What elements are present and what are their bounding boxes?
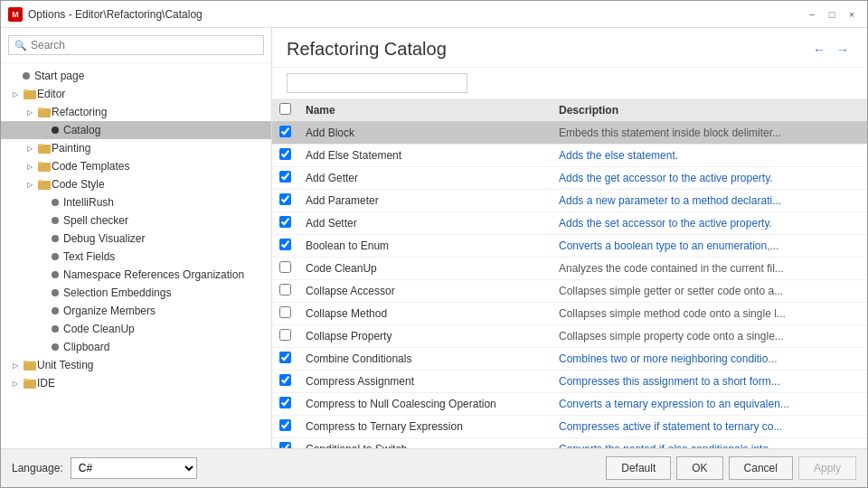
sidebar-item-unit-testing[interactable]: ▷ Unit Testing bbox=[1, 356, 271, 374]
row-checkbox-cell bbox=[272, 371, 298, 393]
sidebar-label: Start page bbox=[34, 70, 84, 82]
sidebar-label: Namespace References Organization bbox=[63, 268, 244, 281]
sidebar-item-editor[interactable]: ▷ Editor bbox=[1, 85, 271, 103]
row-desc: Compresses this assignment to a short fo… bbox=[552, 371, 867, 393]
sidebar-item-ide[interactable]: ▷ IDE bbox=[1, 374, 271, 392]
sidebar-item-catalog[interactable]: Catalog bbox=[1, 121, 271, 139]
sidebar-label: Painting bbox=[52, 142, 90, 155]
row-desc: Adds the set accessor to the active prop… bbox=[552, 212, 867, 235]
sidebar-item-organize-members[interactable]: Organize Members bbox=[1, 302, 271, 320]
nav-forward-button[interactable]: → bbox=[833, 40, 853, 60]
row-checkbox[interactable] bbox=[279, 239, 291, 250]
sidebar-item-code-templates[interactable]: ▷ Code Templates bbox=[1, 157, 271, 175]
row-checkbox[interactable] bbox=[279, 193, 291, 205]
catalog-search-wrapper bbox=[287, 73, 467, 93]
row-name: Boolean to Enum bbox=[298, 235, 552, 258]
table-row: Collapse MethodCollapses simple method c… bbox=[272, 303, 867, 325]
row-checkbox[interactable] bbox=[279, 216, 291, 228]
row-desc: Analyzes the code contained in the curre… bbox=[552, 258, 867, 280]
sidebar-item-code-cleanup[interactable]: Code CleanUp bbox=[1, 320, 271, 338]
sidebar-label: Code CleanUp bbox=[63, 323, 135, 335]
expand-icon bbox=[37, 340, 52, 354]
default-button[interactable]: Default bbox=[606, 456, 671, 480]
row-checkbox[interactable] bbox=[279, 171, 291, 183]
col-desc: Description bbox=[552, 99, 867, 122]
sidebar-item-text-fields[interactable]: Text Fields bbox=[1, 248, 271, 266]
row-checkbox[interactable] bbox=[279, 306, 291, 318]
row-name: Add Setter bbox=[298, 212, 552, 235]
catalog-search-input[interactable] bbox=[293, 77, 461, 89]
app-logo: M bbox=[8, 7, 23, 22]
search-input[interactable] bbox=[31, 39, 258, 52]
row-checkbox[interactable] bbox=[279, 442, 291, 448]
row-checkbox-cell bbox=[272, 145, 298, 167]
expand-icon bbox=[37, 123, 52, 137]
row-desc: Adds the get accessor to the active prop… bbox=[552, 167, 867, 190]
row-name: Compress Assignment bbox=[298, 371, 552, 393]
sidebar-label: Code Templates bbox=[52, 160, 130, 173]
row-checkbox[interactable] bbox=[279, 261, 291, 273]
sidebar-item-painting[interactable]: ▷ Painting bbox=[1, 139, 271, 157]
row-checkbox[interactable] bbox=[279, 284, 291, 296]
table-row: Add GetterAdds the get accessor to the a… bbox=[272, 167, 867, 190]
svg-rect-6 bbox=[38, 144, 42, 146]
sidebar-label: Code Style bbox=[52, 178, 105, 191]
minimize-button[interactable]: − bbox=[804, 6, 820, 23]
row-desc: Collapses simple method code onto a sing… bbox=[552, 303, 867, 325]
language-selector: Language: C# VB.NET C++ JavaScript bbox=[12, 457, 197, 479]
expand-icon bbox=[37, 195, 52, 210]
sidebar-item-namespace-ref[interactable]: Namespace References Organization bbox=[1, 266, 271, 284]
cancel-button[interactable]: Cancel bbox=[729, 456, 793, 480]
sidebar-label: IDE bbox=[37, 377, 55, 389]
row-checkbox-cell bbox=[272, 167, 298, 190]
row-checkbox[interactable] bbox=[279, 419, 291, 431]
panel-title: Refactoring Catalog bbox=[287, 39, 447, 60]
row-checkbox[interactable] bbox=[279, 374, 291, 386]
sidebar-item-refactoring[interactable]: ▷ Refactoring bbox=[1, 103, 271, 121]
table-row: Add SetterAdds the set accessor to the a… bbox=[272, 212, 867, 235]
search-icon: 🔍 bbox=[14, 40, 27, 52]
expand-icon bbox=[37, 213, 52, 228]
sidebar: 🔍 Start page ▷ Editor bbox=[1, 28, 272, 448]
folder-icon bbox=[23, 376, 37, 390]
bottom-bar: Language: C# VB.NET C++ JavaScript Defau… bbox=[1, 448, 867, 487]
catalog-table: Name Description Add BlockEmbeds this st… bbox=[272, 99, 867, 448]
sidebar-item-intellirush[interactable]: IntelliRush bbox=[1, 193, 271, 211]
row-checkbox[interactable] bbox=[279, 126, 291, 137]
row-checkbox-cell bbox=[272, 393, 298, 416]
sidebar-item-code-style[interactable]: ▷ Code Style bbox=[1, 175, 271, 193]
row-checkbox[interactable] bbox=[279, 148, 291, 160]
folder-icon bbox=[37, 159, 52, 174]
close-button[interactable]: × bbox=[844, 6, 860, 23]
language-label: Language: bbox=[12, 462, 63, 474]
row-desc: Converts a ternary expression to an equi… bbox=[552, 393, 867, 416]
expand-icon bbox=[37, 322, 52, 336]
row-checkbox[interactable] bbox=[279, 397, 291, 408]
row-name: Combine Conditionals bbox=[298, 348, 552, 371]
apply-button[interactable]: Apply bbox=[798, 456, 856, 480]
row-checkbox[interactable] bbox=[279, 352, 291, 363]
expand-icon bbox=[37, 249, 52, 264]
language-select[interactable]: C# VB.NET C++ JavaScript bbox=[71, 457, 197, 479]
expand-icon bbox=[37, 231, 52, 246]
maximize-button[interactable]: □ bbox=[824, 6, 840, 23]
row-name: Collapse Method bbox=[298, 303, 552, 325]
sidebar-item-spell-checker[interactable]: Spell checker bbox=[1, 211, 271, 230]
select-all-checkbox[interactable] bbox=[279, 103, 291, 115]
sidebar-item-clipboard[interactable]: Clipboard bbox=[1, 338, 271, 356]
row-name: Conditional to Switch bbox=[298, 438, 552, 449]
row-checkbox[interactable] bbox=[279, 329, 291, 341]
sidebar-item-debug-visualizer[interactable]: Debug Visualizer bbox=[1, 230, 271, 248]
sidebar-label: Refactoring bbox=[52, 106, 107, 118]
sidebar-item-selection-embeddings[interactable]: Selection Embeddings bbox=[1, 284, 271, 302]
sidebar-label: Organize Members bbox=[63, 305, 156, 317]
row-name: Collapse Property bbox=[298, 325, 552, 348]
ok-button[interactable]: OK bbox=[676, 456, 722, 480]
row-checkbox-cell bbox=[272, 438, 298, 449]
row-desc: Converts the nested if-else conditionals… bbox=[552, 438, 867, 449]
svg-rect-10 bbox=[38, 180, 42, 183]
row-name: Compress to Null Coalescing Operation bbox=[298, 393, 552, 416]
expand-icon: ▷ bbox=[8, 376, 23, 390]
sidebar-item-start-page[interactable]: Start page bbox=[1, 67, 271, 85]
nav-back-button[interactable]: ← bbox=[809, 40, 829, 60]
